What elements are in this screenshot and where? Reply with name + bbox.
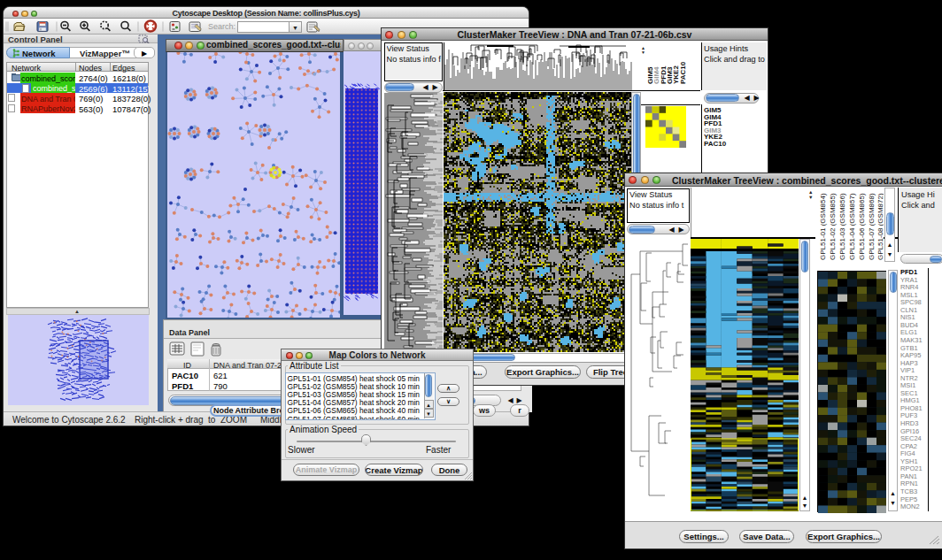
svg-text:Search:: Search: [208, 22, 236, 31]
